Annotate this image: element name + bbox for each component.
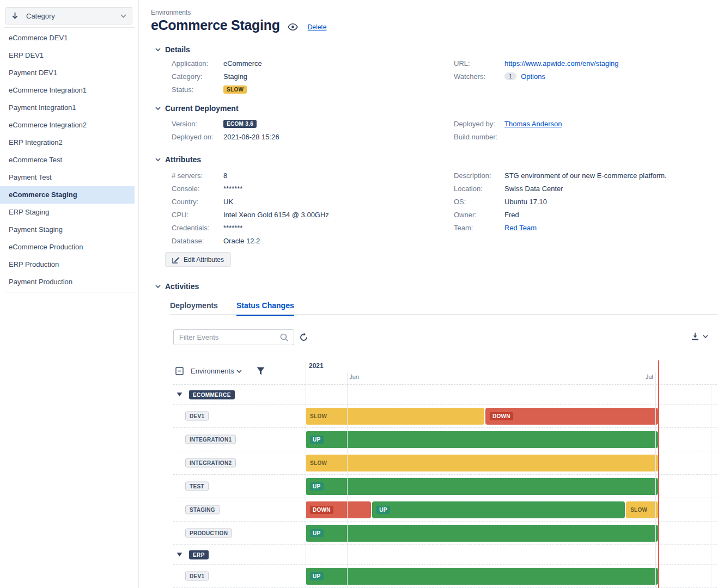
status-bar-slow[interactable]: SLOW — [306, 408, 484, 425]
status-bar-slow[interactable]: SLOW — [626, 501, 658, 518]
environment-badge: STAGING — [185, 505, 220, 514]
field-os: OS:Ubuntu 17.10 — [454, 195, 715, 208]
sidebar-bottom-divider — [4, 292, 135, 292]
sidebar-item-payment-production[interactable]: Payment Production — [0, 273, 135, 291]
filter-funnel-icon[interactable] — [257, 367, 265, 375]
timeline-group-row-ecommerce: ECOMMERCE — [173, 385, 717, 405]
chevron-down-icon — [703, 335, 708, 338]
watchers-options-link[interactable]: Options — [521, 72, 545, 81]
sidebar-item-payment-test[interactable]: Payment Test — [0, 169, 135, 186]
sidebar-divider — [4, 27, 135, 28]
group-toggle[interactable]: ECOMMERCE — [177, 390, 235, 399]
environment-badge: TEST — [185, 482, 209, 491]
timeline-row-ecommerce-integration1: INTEGRATION1UP — [173, 428, 717, 451]
activities-section-title: Activities — [165, 282, 199, 291]
group-badge: ERP — [189, 550, 209, 559]
delete-link[interactable]: Delete — [308, 23, 327, 31]
sidebar-item-erp-production[interactable]: ERP Production — [0, 256, 135, 273]
environment-badge: DEV1 — [185, 412, 209, 421]
attributes-section-header[interactable]: Attributes — [155, 155, 201, 164]
watch-eye-icon[interactable] — [288, 23, 298, 30]
activities-tabs: DeploymentsStatus Changes — [170, 301, 294, 316]
field-category: Category: Staging — [172, 70, 455, 83]
environment-url-link[interactable]: https://www.apwide.com/env/staging — [504, 59, 619, 68]
environments-sidebar: Category eCommerce DEV1ERP DEV1Payment D… — [0, 0, 139, 588]
field-application: Application: eCommerce — [172, 57, 455, 70]
field-watchers: Watchers: 1 Options — [454, 70, 724, 83]
tab-deployments[interactable]: Deployments — [170, 301, 218, 316]
status-bar-up[interactable]: UP — [372, 501, 625, 518]
deployment-section-header[interactable]: Current Deployment — [155, 104, 239, 113]
timeline-group-row-erp: ERP — [173, 545, 717, 565]
team-link[interactable]: Red Team — [504, 224, 537, 232]
chevron-down-icon — [155, 107, 161, 110]
sidebar-item-payment-integration1[interactable]: Payment Integration1 — [0, 99, 135, 117]
triangle-collapse-icon — [177, 393, 182, 397]
timeline-row-ecommerce-staging: STAGINGDOWNUPSLOW — [173, 498, 717, 522]
status-bar-up[interactable]: UP — [306, 568, 658, 585]
edit-attributes-button[interactable]: Edit Attributes — [165, 252, 231, 267]
status-bar-up[interactable]: UP — [306, 431, 658, 448]
group-badge: ECOMMERCE — [189, 390, 235, 399]
field-database: Database:Oracle 12.2 — [172, 234, 455, 247]
group-toggle[interactable]: ERP — [177, 550, 209, 559]
chevron-down-icon — [120, 14, 126, 18]
sidebar-item-erp-integration2[interactable]: ERP Integration2 — [0, 134, 135, 151]
category-selector-label: Category — [26, 12, 120, 20]
status-bar-down[interactable]: DOWN — [306, 501, 371, 518]
sidebar-item-payment-staging[interactable]: Payment Staging — [0, 221, 135, 238]
sidebar-item-erp-dev1[interactable]: ERP DEV1 — [0, 47, 135, 64]
filter-events-input[interactable] — [173, 329, 294, 345]
collapse-all-icon[interactable] — [175, 367, 184, 375]
field-console: Console:******* — [172, 182, 455, 195]
environment-badge: PRODUCTION — [185, 529, 232, 538]
sidebar-item-ecommerce-production[interactable]: eCommerce Production — [0, 238, 135, 256]
sidebar-item-erp-staging[interactable]: ERP Staging — [0, 204, 135, 221]
status-bar-up[interactable]: UP — [306, 525, 658, 542]
sort-arrow-down-icon — [11, 12, 19, 20]
export-button[interactable] — [691, 332, 708, 341]
sidebar-item-ecommerce-staging[interactable]: eCommerce Staging — [0, 186, 135, 204]
timeline-month-label: Jun — [349, 373, 359, 380]
field-credentials: Credentials:******* — [172, 221, 455, 234]
attributes-section-title: Attributes — [165, 155, 201, 164]
field-version: Version: ECOM 3.6 — [172, 117, 455, 130]
sidebar-item-ecommerce-test[interactable]: eCommerce Test — [0, 151, 135, 169]
tree-column-header[interactable]: Environments — [191, 367, 242, 375]
field-url: URL: https://www.apwide.com/env/staging — [454, 57, 724, 70]
watchers-count-badge[interactable]: 1 — [504, 72, 516, 80]
field-cpu: CPU:Intel Xeon Gold 6154 @ 3.00GHz — [172, 208, 455, 221]
field-deployed-by: Deployed by: Thomas Anderson — [454, 117, 724, 130]
status-changes-timeline: Environments 2021 JunJul ECOMMERCEDEV1SL… — [173, 360, 717, 588]
month-gridline — [347, 372, 348, 588]
status-bar-up[interactable]: UP — [306, 478, 658, 495]
environment-badge: INTEGRATION1 — [185, 435, 236, 444]
category-selector[interactable]: Category — [5, 7, 132, 24]
field-servers: # servers:8 — [172, 169, 455, 182]
tab-status-changes[interactable]: Status Changes — [236, 301, 294, 316]
breadcrumb[interactable]: Environments — [151, 9, 191, 16]
chevron-down-icon — [155, 285, 161, 288]
details-section-title: Details — [165, 45, 190, 54]
environment-badge: INTEGRATION2 — [185, 458, 236, 468]
sidebar-item-ecommerce-integration1[interactable]: eCommerce Integration1 — [0, 82, 135, 99]
sidebar-item-ecommerce-integration2[interactable]: eCommerce Integration2 — [0, 117, 135, 134]
column-separator-line — [306, 360, 306, 588]
month-gridline — [655, 372, 656, 588]
field-status: Status: SLOW — [172, 83, 455, 96]
deployed-by-link[interactable]: Thomas Anderson — [504, 120, 562, 128]
timeline-row-ecommerce-production: PRODUCTIONUP — [173, 522, 717, 545]
status-bar-slow[interactable]: SLOW — [306, 455, 658, 471]
deployment-section-title: Current Deployment — [165, 104, 239, 113]
download-icon — [691, 332, 699, 341]
week-gridline — [711, 385, 711, 588]
sidebar-item-ecommerce-dev1[interactable]: eCommerce DEV1 — [0, 29, 135, 47]
sidebar-item-payment-dev1[interactable]: Payment DEV1 — [0, 64, 135, 82]
field-description: Description:STG environment of our new E… — [454, 169, 715, 182]
version-badge[interactable]: ECOM 3.6 — [223, 120, 257, 128]
status-bar-down[interactable]: DOWN — [485, 408, 658, 425]
details-section-header[interactable]: Details — [155, 45, 190, 54]
activities-section-header[interactable]: Activities — [155, 282, 199, 291]
chevron-down-icon — [236, 370, 242, 373]
refresh-icon[interactable] — [299, 333, 308, 342]
